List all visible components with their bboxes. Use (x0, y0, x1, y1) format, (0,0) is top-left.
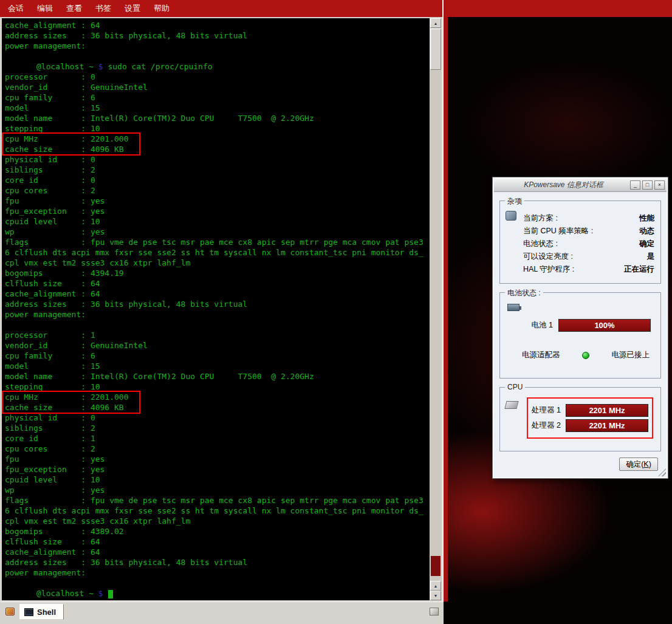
terminal-line: core id : 1 (5, 433, 430, 444)
info-label: HAL 守护程序 : (523, 264, 574, 275)
terminal-line: cpl vmx est tm2 ssse3 cx16 xtpr lahf_lm (5, 516, 430, 526)
terminal-line: cpuid level : 10 (5, 216, 430, 227)
scrollbar-marker (431, 556, 441, 576)
cpu-frequency-bar: 2201 MHz (566, 404, 648, 417)
terminal-line: siblings : 2 (5, 165, 430, 175)
battery-progress: 100% (558, 319, 651, 332)
menu-item[interactable]: 查看 (60, 0, 89, 17)
terminal-line: address sizes : 36 bits physical, 48 bit… (5, 299, 430, 309)
resize-grip[interactable] (658, 468, 666, 476)
menu-item[interactable]: 编辑 (30, 0, 60, 17)
session-list-button[interactable] (427, 604, 441, 619)
menu-item[interactable]: 书签 (89, 0, 118, 17)
terminal-line: flags : fpu vme de pse tsc msr pae mce c… (5, 495, 430, 506)
terminal-line: bogomips : 4389.02 (5, 526, 430, 537)
cpu-frequency-bar: 2201 MHz (566, 419, 648, 432)
ok-button[interactable]: 确定(K) (619, 458, 658, 471)
terminal-line: cpuid level : 10 (5, 475, 430, 485)
info-row: 电池状态 :确定 (523, 239, 654, 249)
menu-item[interactable]: 帮助 (147, 0, 176, 17)
misc-rows: 当前方案 :性能当前 CPU 频率策略 :动态电池状态 :确定可以设定亮度 :是… (523, 213, 654, 275)
terminal-line: fpu : yes (5, 454, 430, 464)
adapter-status-icon (582, 352, 589, 359)
terminal-line: power management: (5, 41, 430, 51)
terminal-prompt-line: @localhost ~ $ (5, 588, 430, 598)
terminal-line: processor : 0 (5, 72, 430, 82)
processor-label: 处理器 1 (532, 405, 561, 416)
terminal-line: wp : yes (5, 485, 430, 495)
terminal-line: power management: (5, 309, 430, 320)
terminal-line (5, 51, 430, 61)
terminal-line: cache_alignment : 64 (5, 547, 430, 557)
processor-rows: 处理器 12201 MHz处理器 22201 MHz (527, 397, 653, 439)
info-value: 动态 (639, 226, 654, 236)
rear-window-titlebar (445, 0, 672, 17)
arrow-down-icon: ▼ (434, 594, 438, 598)
terminal-line (5, 320, 430, 330)
terminal-line: clflush size : 64 (5, 537, 430, 547)
terminal-line: processor : 1 (5, 330, 430, 340)
processor-label: 处理器 2 (532, 420, 561, 431)
terminal-window: 会话编辑查看书签设置帮助 cache_alignment : 64address… (0, 0, 444, 624)
menu-item[interactable]: 设置 (118, 0, 147, 17)
tab-bar: Shell (0, 602, 444, 624)
terminal-screen[interactable]: cache_alignment : 64address sizes : 36 b… (2, 18, 430, 600)
scroll-up-button-2[interactable]: ▲ (430, 581, 441, 591)
minimize-button[interactable]: _ (630, 180, 640, 190)
terminal-line: model : 15 (5, 361, 430, 371)
kpowersave-dialog: KPowersave 信息对话框 _ □ × 杂项 当前方案 :性能当前 CPU… (492, 177, 668, 479)
menu-bar: 会话编辑查看书签设置帮助 (0, 0, 442, 17)
scrollbar-thumb[interactable] (430, 29, 441, 70)
dialog-body: 杂项 当前方案 :性能当前 CPU 频率策略 :动态电池状态 :确定可以设定亮度… (493, 192, 668, 451)
prompt-symbol: $ (98, 62, 108, 71)
terminal-scrollbar[interactable]: ▲ ▲ ▼ (430, 18, 441, 600)
terminal-line: cpu cores : 2 (5, 185, 430, 196)
arrow-up-icon: ▲ (434, 584, 438, 588)
battery-percent: 100% (559, 320, 650, 331)
terminal-icon (24, 608, 33, 616)
info-row: 当前方案 :性能 (523, 213, 654, 224)
terminal-cursor (108, 590, 113, 598)
close-button[interactable]: × (654, 180, 665, 190)
scroll-down-button[interactable]: ▼ (430, 591, 441, 600)
terminal-line: cpu family : 6 (5, 351, 430, 361)
battery-icon (507, 304, 519, 311)
cpu-icon (504, 401, 518, 409)
terminal-line: cpu MHz : 2201.000 (5, 134, 430, 144)
terminal-line: cache_alignment : 64 (5, 289, 430, 299)
cpu-frequency-value: 2201 MHz (566, 420, 648, 431)
cpu-group: CPU 处理器 12201 MHz处理器 22201 MHz (499, 387, 661, 451)
battery-label: 电池 1 (532, 320, 553, 331)
menu-item[interactable]: 会话 (1, 0, 30, 17)
close-icon: × (658, 182, 661, 188)
battery-group-title: 电池状态 : (505, 288, 543, 298)
dialog-footer: 确定(K) (619, 458, 658, 471)
typed-command: sudo cat /proc/cpuinfo (108, 62, 212, 71)
info-row: 可以设定亮度 :是 (523, 252, 654, 262)
maximize-icon: □ (646, 182, 649, 188)
terminal-line: cache_alignment : 64 (5, 20, 430, 30)
arrow-up-icon: ▲ (434, 21, 438, 26)
session-list-icon (430, 608, 439, 615)
terminal-line: cpu family : 6 (5, 92, 430, 103)
terminal-line: siblings : 2 (5, 423, 430, 433)
cpu-frequency-value: 2201 MHz (566, 405, 648, 416)
tab-shell[interactable]: Shell (19, 604, 64, 620)
new-session-button[interactable] (2, 604, 17, 619)
battery-group: 电池状态 : 电池 1 100% 电源适配器 电源已接上 (499, 292, 661, 379)
minimize-icon: _ (634, 182, 637, 188)
prompt-host: @localhost ~ (36, 62, 98, 71)
misc-group-title: 杂项 (505, 196, 524, 207)
terminal-line: physical id : 0 (5, 413, 430, 423)
maximize-button[interactable]: □ (642, 180, 653, 190)
ok-label-suffix: ) (649, 460, 651, 468)
dialog-titlebar[interactable]: KPowersave 信息对话框 _ □ × (494, 179, 667, 192)
dialog-title: KPowersave 信息对话框 (499, 180, 628, 190)
terminal-line: stepping : 10 (5, 382, 430, 392)
new-session-icon (5, 608, 15, 615)
battery-nub (519, 306, 521, 310)
terminal-line: cpu MHz : 2201.000 (5, 392, 430, 402)
terminal-line: model name : Intel(R) Core(TM)2 Duo CPU … (5, 113, 430, 123)
scroll-up-button[interactable]: ▲ (430, 18, 441, 28)
info-value: 确定 (639, 239, 654, 249)
